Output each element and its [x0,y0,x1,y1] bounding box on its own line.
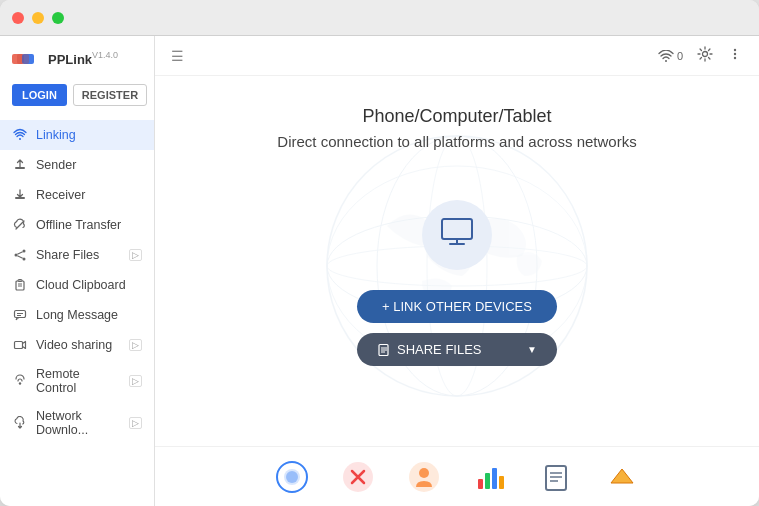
sidebar-item-network-download[interactable]: Network Downlo... ▷ [0,402,154,444]
sidebar-item-linking[interactable]: Linking [0,120,154,150]
center-area: + LINK OTHER DEVICES SHARE FILES ▼ [357,200,557,366]
sidebar-logo-text: PPLinkV1.4.0 [48,50,118,68]
main-panel: ☰ 0 [155,36,759,506]
bottom-icon-1[interactable] [274,459,310,495]
svg-point-7 [23,250,26,253]
sidebar-item-linking-label: Linking [36,128,142,142]
share-files-button-left: SHARE FILES [377,342,482,357]
device-icon [439,217,475,254]
wifi-count: 0 [677,50,683,62]
video-sharing-badge: ▷ [129,339,142,351]
sidebar-item-remote-control-label: Remote Control [36,367,121,395]
sidebar-item-sender[interactable]: Sender [0,150,154,180]
share-files-dropdown-icon: ▼ [527,344,537,355]
share-files-button-label: SHARE FILES [397,342,482,357]
sidebar-item-cloud-clipboard-label: Cloud Clipboard [36,278,142,292]
sidebar-auth: LOGIN REGISTER [0,78,154,116]
sidebar-item-remote-control[interactable]: Remote Control ▷ [0,360,154,402]
sidebar-item-offline-transfer[interactable]: Offline Transfer [0,210,154,240]
pplink-logo-icon [12,50,42,68]
link-devices-button[interactable]: + LINK OTHER DEVICES [357,290,557,323]
sidebar-item-long-message-label: Long Message [36,308,142,322]
hero-subtitle: Direct connection to all platforms and a… [277,133,636,150]
main-content: Phone/Computer/Tablet Direct connection … [155,76,759,446]
svg-point-43 [419,468,429,478]
settings-icon[interactable] [697,46,713,66]
close-button[interactable] [12,12,24,24]
svg-rect-32 [442,219,472,239]
bottom-icon-3[interactable] [406,459,442,495]
action-buttons: + LINK OTHER DEVICES SHARE FILES ▼ [357,290,557,366]
network-download-badge: ▷ [129,417,142,429]
main-header: ☰ 0 [155,36,759,76]
svg-rect-2 [17,54,29,64]
sidebar-item-share-files-label: Share Files [36,248,121,262]
device-icon-circle [422,200,492,270]
wifi-status-icon: 0 [658,50,683,62]
register-button[interactable]: REGISTER [73,84,147,106]
svg-point-20 [19,383,21,385]
share-files-badge: ▷ [129,249,142,261]
svg-line-10 [17,252,22,255]
login-button[interactable]: LOGIN [12,84,67,106]
hero-title: Phone/Computer/Tablet [362,106,551,127]
app-body: PPLinkV1.4.0 LOGIN REGISTER Linking [0,36,759,506]
video-icon [12,337,28,353]
bottom-icon-4[interactable] [472,459,508,495]
sidebar-item-network-download-label: Network Downlo... [36,409,121,437]
clipboard-icon [12,277,28,293]
upload-icon [12,157,28,173]
svg-point-9 [15,254,18,257]
download-icon [12,187,28,203]
svg-point-22 [703,51,708,56]
sidebar-logo: PPLinkV1.4.0 [0,36,154,78]
sidebar-item-video-sharing[interactable]: Video sharing ▷ [0,330,154,360]
share-icon [12,247,28,263]
app-window: PPLinkV1.4.0 LOGIN REGISTER Linking [0,0,759,506]
bottom-icon-6[interactable] [604,459,640,495]
sidebar-item-share-files[interactable]: Share Files ▷ [0,240,154,270]
svg-point-8 [23,258,26,261]
sidebar-item-receiver-label: Receiver [36,188,142,202]
file-icon-button [377,343,391,357]
download-cloud-icon [12,415,28,431]
sidebar-item-video-sharing-label: Video sharing [36,338,121,352]
svg-rect-44 [478,479,483,489]
wifi-icon-header [658,50,674,62]
svg-point-24 [734,52,736,54]
remote-icon [12,373,28,389]
svg-rect-45 [485,473,490,489]
share-files-button[interactable]: SHARE FILES ▼ [357,333,557,366]
sidebar-item-offline-transfer-label: Offline Transfer [36,218,142,232]
svg-point-25 [734,56,736,58]
svg-rect-19 [15,342,23,349]
svg-rect-46 [492,468,497,489]
cloud-off-icon [12,217,28,233]
sidebar-nav: Linking Sender Receiver [0,116,154,506]
sidebar: PPLinkV1.4.0 LOGIN REGISTER Linking [0,36,155,506]
svg-point-21 [665,60,667,62]
svg-rect-48 [546,466,566,490]
bottom-icon-5[interactable] [538,459,574,495]
bottom-bar [155,446,759,506]
message-icon [12,307,28,323]
title-bar [0,0,759,36]
svg-point-23 [734,48,736,50]
minimize-button[interactable] [32,12,44,24]
svg-line-11 [17,256,22,259]
sidebar-item-cloud-clipboard[interactable]: Cloud Clipboard [0,270,154,300]
header-right: 0 [658,46,743,66]
sidebar-item-long-message[interactable]: Long Message [0,300,154,330]
hamburger-icon[interactable]: ☰ [171,48,184,64]
sidebar-item-receiver[interactable]: Receiver [0,180,154,210]
wifi-icon [12,127,28,143]
more-icon[interactable] [727,46,743,66]
svg-point-3 [19,138,21,140]
maximize-button[interactable] [52,12,64,24]
sidebar-item-sender-label: Sender [36,158,142,172]
svg-rect-47 [499,476,504,489]
remote-control-badge: ▷ [129,375,142,387]
bottom-icon-2[interactable] [340,459,376,495]
